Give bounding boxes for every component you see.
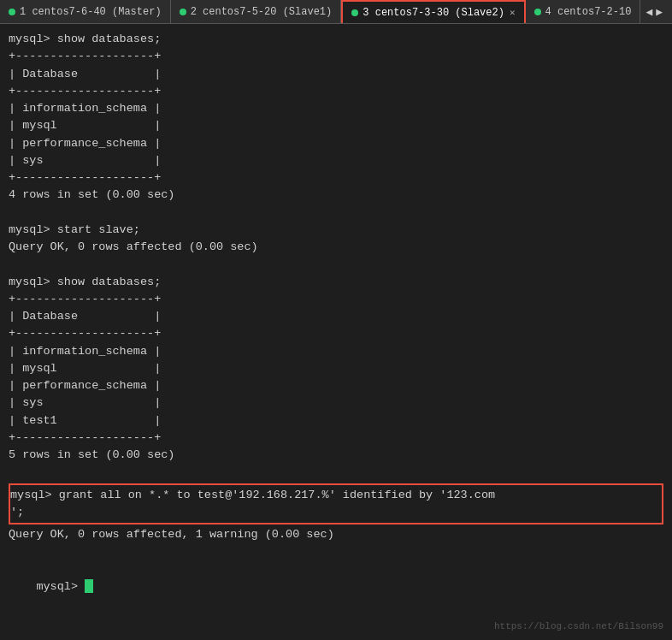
tab-3-dot <box>351 9 358 16</box>
terminal-line: +--------------------+ <box>9 83 663 100</box>
terminal-line: | information_schema | <box>9 100 663 117</box>
terminal-line: | Database | <box>9 308 663 325</box>
terminal-line: mysql> start slave; <box>9 222 663 239</box>
terminal-line: | performance_schema | <box>9 135 663 152</box>
terminal-line: +--------------------+ <box>9 325 663 342</box>
tab-4-label: 4 centos7-2-10 <box>545 6 632 18</box>
tab-prev-icon[interactable]: ◀ <box>644 5 654 19</box>
tab-1-label: 1 centos7-6-40 (Master) <box>20 6 162 18</box>
highlighted-line: mysql> grant all on *.* to test@'192.168… <box>10 487 662 504</box>
tab-3-close-icon[interactable]: ✕ <box>510 7 516 18</box>
tab-2-dot <box>180 9 186 15</box>
terminal-line: 4 rows in set (0.00 sec) <box>9 187 663 204</box>
terminal-line: +--------------------+ <box>9 48 663 65</box>
after-highlight: Query OK, 0 rows affected, 1 warning (0.… <box>9 526 663 561</box>
tab-nav-arrows[interactable]: ◀ ▶ <box>640 5 668 19</box>
after-highlight-line <box>9 543 663 560</box>
terminal-line: +--------------------+ <box>9 291 663 308</box>
terminal-line <box>9 256 663 273</box>
tab-4[interactable]: 4 centos7-2-10 <box>526 0 641 23</box>
terminal-line: mysql> show databases; <box>9 31 663 48</box>
terminal-line: | performance_schema | <box>9 377 663 394</box>
terminal-content: mysql> show databases;+-----------------… <box>9 31 663 482</box>
terminal-line <box>9 464 663 481</box>
terminal-line: 5 rows in set (0.00 sec) <box>9 447 663 464</box>
terminal-line: +--------------------+ <box>9 430 663 447</box>
highlight-lines: mysql> grant all on *.* to test@'192.168… <box>10 487 662 522</box>
watermark: https://blog.csdn.net/Bilson99 <box>494 619 663 634</box>
terminal-line: | test1 | <box>9 412 663 430</box>
terminal-line: | mysql | <box>9 360 663 377</box>
tab-4-dot <box>534 9 541 15</box>
tab-1[interactable]: 1 centos7-6-40 (Master) <box>0 0 171 23</box>
terminal-line: mysql> show databases; <box>9 274 663 291</box>
tab-1-dot <box>9 9 15 15</box>
highlighted-command-block: mysql> grant all on *.* to test@'192.168… <box>9 483 663 525</box>
tab-next-icon[interactable]: ▶ <box>654 5 664 19</box>
tab-bar: 1 centos7-6-40 (Master) 2 centos7-5-20 (… <box>0 0 672 24</box>
terminal-line: Query OK, 0 rows affected (0.00 sec) <box>9 239 663 256</box>
terminal-prompt: mysql> <box>36 580 85 593</box>
tab-2[interactable]: 2 centos7-5-20 (Slave1) <box>171 0 342 23</box>
cursor <box>85 579 93 593</box>
tab-3-label: 3 centos7-3-30 (Slave2) <box>363 7 504 19</box>
terminal-line: +--------------------+ <box>9 169 663 187</box>
tab-3[interactable]: 3 centos7-3-30 (Slave2) ✕ <box>341 0 525 23</box>
terminal-line: | sys | <box>9 152 663 169</box>
terminal: mysql> show databases;+-----------------… <box>0 24 672 640</box>
terminal-line: | sys | <box>9 394 663 412</box>
terminal-line: | Database | <box>9 66 663 83</box>
highlighted-line: '; <box>10 504 662 521</box>
terminal-line <box>9 204 663 222</box>
terminal-line: | information_schema | <box>9 343 663 360</box>
terminal-line: | mysql | <box>9 117 663 134</box>
tab-2-label: 2 centos7-5-20 (Slave1) <box>191 6 333 18</box>
after-highlight-line: Query OK, 0 rows affected, 1 warning (0.… <box>9 526 663 543</box>
terminal-prompt-line: mysql> <box>9 561 663 613</box>
